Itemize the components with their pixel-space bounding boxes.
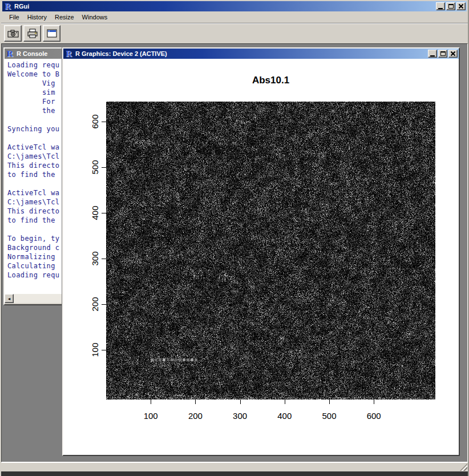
minimize-icon: [430, 55, 435, 57]
printer-icon: [27, 29, 38, 38]
graphics-titlebar[interactable]: R R Graphics: Device 2 (ACTIVE): [63, 49, 459, 59]
microarray-image-plot: [106, 102, 435, 400]
x-axis-tick-label: 400: [277, 411, 292, 421]
r-logo-icon: R: [64, 50, 73, 58]
x-axis-tick: [195, 400, 196, 404]
console-window-button[interactable]: [43, 25, 60, 42]
y-axis-tick: [102, 122, 106, 122]
close-button[interactable]: [456, 2, 466, 10]
x-axis-tick-label: 500: [322, 411, 336, 421]
graphics-close-button[interactable]: [448, 50, 458, 58]
x-axis-tick: [374, 400, 374, 404]
menu-resize[interactable]: Resize: [52, 13, 77, 22]
menu-windows[interactable]: Windows: [79, 13, 111, 22]
microarray-noise-canvas: [106, 102, 435, 400]
y-axis-tick: [102, 350, 106, 350]
menu-bar: File History Resize Windows: [1, 11, 468, 23]
x-axis-tick-label: 600: [367, 411, 381, 421]
minimize-icon: [438, 8, 443, 9]
main-titlebar[interactable]: R RGui: [2, 1, 467, 11]
y-axis-tick: [102, 304, 106, 305]
x-axis-tick-label: 200: [188, 411, 203, 421]
rgui-main-window: R RGui File History Resize Windows: [0, 0, 469, 476]
r-graphics-window[interactable]: R R Graphics: Device 2 (ACTIVE) Abs10.1 …: [62, 47, 460, 456]
x-axis-tick: [240, 400, 241, 404]
resize-grip[interactable]: [460, 463, 467, 471]
plot-title: Abs10.1: [106, 75, 435, 86]
y-axis-tick-label: 200: [90, 297, 100, 311]
print-button[interactable]: [23, 25, 41, 42]
y-axis-tick: [102, 259, 106, 259]
y-axis-tick-label: 300: [90, 251, 100, 265]
x-axis-tick: [329, 400, 330, 404]
close-icon: [459, 4, 463, 9]
x-axis-tick-label: 100: [144, 411, 158, 421]
y-axis-tick: [102, 213, 106, 213]
y-axis-tick-label: 500: [90, 160, 100, 174]
r-logo-icon: R: [6, 50, 14, 58]
y-axis-tick-label: 400: [90, 205, 100, 220]
main-window-title: RGui: [14, 3, 436, 10]
maximize-button[interactable]: [446, 2, 455, 10]
x-axis-tick: [151, 400, 151, 404]
maximize-icon: [440, 51, 446, 56]
window-bottom-edge: [1, 471, 468, 476]
graphics-maximize-button[interactable]: [438, 50, 447, 58]
snapshot-button[interactable]: [4, 25, 22, 42]
menu-file[interactable]: File: [6, 13, 22, 22]
close-icon: [451, 51, 455, 56]
menu-history[interactable]: History: [25, 13, 50, 22]
y-axis-tick-label: 600: [90, 114, 100, 128]
plot-canvas-area: Abs10.1 10020030040050060060050040030020…: [63, 59, 459, 455]
maximize-icon: [448, 4, 454, 9]
minimize-button[interactable]: [436, 2, 445, 10]
toolbar: [1, 23, 468, 43]
graphics-window-title: R Graphics: Device 2 (ACTIVE): [75, 50, 428, 57]
graphics-minimize-button[interactable]: [428, 50, 437, 58]
window-icon: [46, 29, 58, 38]
y-axis-tick: [102, 167, 106, 168]
scroll-left-arrow-icon[interactable]: ◄: [5, 294, 14, 303]
status-bar: [1, 462, 468, 471]
x-axis-tick-label: 300: [233, 411, 247, 421]
x-axis-tick: [285, 400, 285, 404]
y-axis-tick-label: 100: [90, 342, 100, 357]
mdi-client-area: R R Console Loading requWelcome to B Vig…: [1, 43, 468, 462]
camera-icon: [7, 29, 19, 38]
r-logo-icon: R: [3, 2, 12, 10]
